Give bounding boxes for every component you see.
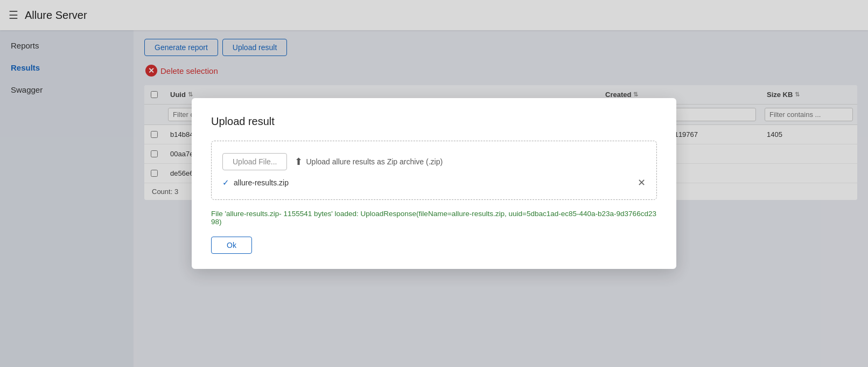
check-icon: ✓: [222, 178, 229, 188]
file-check: ✓ allure-results.zip: [222, 178, 289, 188]
upload-area: Upload File... ⬆ Upload allure results a…: [211, 141, 657, 200]
remove-file-button[interactable]: ✕: [638, 178, 646, 188]
upload-hint: ⬆ Upload allure results as Zip archive (…: [295, 156, 443, 168]
upload-top-row: Upload File... ⬆ Upload allure results a…: [222, 153, 646, 170]
ok-button[interactable]: Ok: [211, 237, 252, 254]
modal-title: Upload result: [211, 115, 657, 128]
upload-result-modal: Upload result Upload File... ⬆ Upload al…: [192, 98, 676, 269]
selected-file-name: allure-results.zip: [234, 178, 289, 187]
file-selected-row: ✓ allure-results.zip ✕: [222, 178, 646, 188]
upload-icon: ⬆: [295, 156, 303, 168]
upload-hint-text: Upload allure results as Zip archive (.z…: [306, 157, 443, 166]
success-message: File 'allure-results.zip- 1155541 bytes'…: [211, 210, 657, 226]
modal-overlay: Upload result Upload File... ⬆ Upload al…: [0, 0, 868, 367]
upload-file-button[interactable]: Upload File...: [222, 153, 287, 170]
